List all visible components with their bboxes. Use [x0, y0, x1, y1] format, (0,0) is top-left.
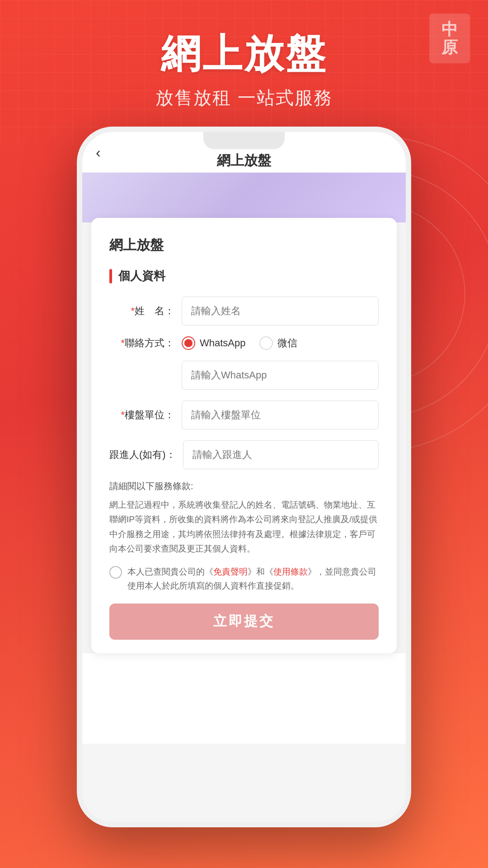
hero-section: 網上放盤 放售放租 一站式服務 — [0, 27, 488, 110]
contact-required-star: * — [121, 337, 125, 349]
terms-link[interactable]: 使用條款 — [273, 567, 308, 576]
checkbox-text: 本人已查閱貴公司的《免責聲明》和《使用條款》，並同意貴公司使用本人於此所填寫的個… — [127, 565, 379, 593]
radio-wechat[interactable]: 微信 — [259, 336, 297, 350]
back-button[interactable]: ‹ — [96, 144, 101, 160]
property-input[interactable] — [182, 401, 379, 429]
terms-title: 請細閱以下服務條款: — [109, 480, 379, 492]
phone-inner: ‹ 網上放盤 網上放盤 個人資料 *姓 名： *聯絡方式： — [82, 132, 406, 822]
whatsapp-row — [109, 361, 379, 390]
radio-wechat-circle[interactable] — [259, 336, 273, 350]
checkbox-mid: 》和《 — [248, 567, 273, 576]
name-row: *姓 名： — [109, 297, 379, 326]
followup-label: 跟進人(如有)： — [109, 448, 183, 462]
radio-whatsapp-label: WhatsApp — [200, 337, 246, 349]
section-header: 個人資料 — [109, 268, 379, 284]
section-title: 個人資料 — [118, 268, 165, 284]
phone-mockup: ‹ 網上放盤 網上放盤 個人資料 *姓 名： *聯絡方式： — [77, 127, 411, 827]
name-input[interactable] — [182, 297, 379, 326]
disclaimer-link[interactable]: 免責聲明 — [213, 567, 248, 576]
property-required-star: * — [121, 409, 125, 420]
banner-area — [82, 173, 406, 222]
bottom-area — [82, 653, 406, 744]
checkbox-circle[interactable] — [109, 566, 122, 579]
form-card: 網上放盤 個人資料 *姓 名： *聯絡方式： — [91, 218, 397, 653]
hero-title: 網上放盤 — [0, 27, 488, 81]
name-label: *姓 名： — [109, 304, 182, 318]
terms-section: 請細閱以下服務條款: 網上登記過程中，系統將收集登記人的姓名、電話號碼、物業地址… — [109, 480, 379, 556]
radio-group: WhatsApp 微信 — [182, 336, 379, 350]
radio-whatsapp[interactable]: WhatsApp — [182, 336, 246, 350]
hero-subtitle: 放售放租 一站式服務 — [0, 85, 488, 110]
phone-notch — [203, 132, 285, 149]
terms-body: 網上登記過程中，系統將收集登記人的姓名、電話號碼、物業地址、互聯網IP等資料，所… — [109, 498, 379, 556]
contact-row: *聯絡方式： WhatsApp 微信 — [109, 336, 379, 350]
followup-row: 跟進人(如有)： — [109, 440, 379, 469]
contact-label: *聯絡方式： — [109, 336, 182, 350]
radio-whatsapp-dot — [184, 339, 192, 347]
followup-input[interactable] — [183, 440, 379, 469]
checkbox-row: 本人已查閱貴公司的《免責聲明》和《使用條款》，並同意貴公司使用本人於此所填寫的個… — [109, 565, 379, 593]
header-title: 網上放盤 — [217, 151, 271, 170]
form-card-title: 網上放盤 — [109, 236, 379, 255]
checkbox-prefix: 本人已查閱貴公司的《 — [127, 567, 213, 576]
submit-button[interactable]: 立即提交 — [109, 604, 379, 640]
radio-wechat-label: 微信 — [277, 336, 297, 350]
whatsapp-input[interactable] — [182, 361, 379, 390]
property-label: *樓盤單位： — [109, 408, 182, 422]
section-bar — [109, 269, 112, 283]
name-required-star: * — [131, 305, 135, 316]
radio-whatsapp-circle[interactable] — [182, 336, 195, 350]
property-row: *樓盤單位： — [109, 401, 379, 429]
